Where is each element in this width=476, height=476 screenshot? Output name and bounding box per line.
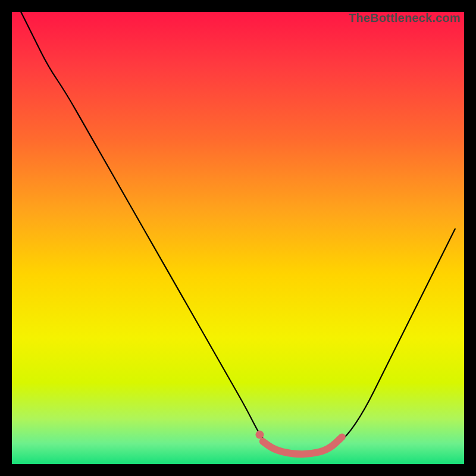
chart-frame: TheBottleneck.com: [12, 12, 464, 464]
watermark-text: TheBottleneck.com: [349, 11, 461, 25]
highlight-dot: [255, 431, 264, 439]
highlight-curve: [263, 437, 342, 454]
bottleneck-curve: [21, 12, 455, 455]
plot-area: [12, 12, 464, 464]
curve-layer: [12, 12, 464, 464]
